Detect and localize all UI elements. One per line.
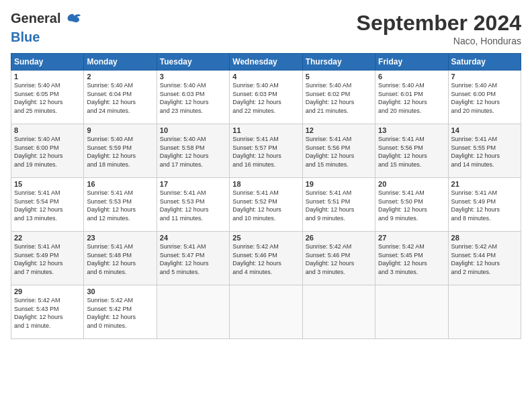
day-number: 11 bbox=[232, 126, 299, 134]
col-wednesday: Wednesday bbox=[230, 54, 302, 71]
table-row: 7Sunrise: 5:40 AMSunset: 6:00 PMDaylight… bbox=[448, 71, 521, 124]
day-info: Sunrise: 5:41 AMSunset: 5:54 PMDaylight:… bbox=[14, 189, 81, 222]
day-info: Sunrise: 5:41 AMSunset: 5:49 PMDaylight:… bbox=[451, 189, 518, 222]
day-info: Sunrise: 5:40 AMSunset: 6:00 PMDaylight:… bbox=[14, 135, 81, 169]
table-row: 8Sunrise: 5:40 AMSunset: 6:00 PMDaylight… bbox=[11, 124, 84, 178]
title-section: September 2024 Naco, Honduras bbox=[357, 11, 521, 46]
day-number: 22 bbox=[14, 234, 81, 242]
day-info: Sunrise: 5:41 AMSunset: 5:51 PMDaylight:… bbox=[306, 189, 372, 222]
day-info: Sunrise: 5:41 AMSunset: 5:56 PMDaylight:… bbox=[378, 135, 445, 169]
day-number: 30 bbox=[87, 287, 153, 295]
table-row: 22Sunrise: 5:41 AMSunset: 5:49 PMDayligh… bbox=[11, 232, 84, 285]
day-number: 1 bbox=[14, 73, 81, 81]
day-number: 3 bbox=[160, 73, 226, 81]
day-number: 16 bbox=[87, 180, 153, 188]
table-row: 24Sunrise: 5:41 AMSunset: 5:47 PMDayligh… bbox=[157, 232, 229, 285]
day-info: Sunrise: 5:41 AMSunset: 5:47 PMDaylight:… bbox=[160, 242, 226, 276]
day-number: 5 bbox=[306, 73, 372, 81]
day-number: 28 bbox=[451, 234, 518, 242]
day-number: 9 bbox=[87, 126, 153, 134]
day-info: Sunrise: 5:40 AMSunset: 6:03 PMDaylight:… bbox=[160, 81, 226, 115]
location: Naco, Honduras bbox=[357, 36, 521, 46]
day-number: 24 bbox=[160, 234, 226, 242]
day-number: 29 bbox=[14, 287, 81, 295]
table-row: 30Sunrise: 5:42 AMSunset: 5:42 PMDayligh… bbox=[84, 285, 157, 339]
day-info: Sunrise: 5:40 AMSunset: 5:58 PMDaylight:… bbox=[160, 135, 226, 169]
day-info: Sunrise: 5:41 AMSunset: 5:53 PMDaylight:… bbox=[87, 189, 153, 222]
table-row: 23Sunrise: 5:41 AMSunset: 5:48 PMDayligh… bbox=[84, 232, 157, 285]
col-tuesday: Tuesday bbox=[157, 54, 229, 71]
logo-blue: Blue bbox=[11, 30, 82, 44]
calendar-week-row: 29Sunrise: 5:42 AMSunset: 5:43 PMDayligh… bbox=[11, 285, 521, 339]
day-info: Sunrise: 5:41 AMSunset: 5:52 PMDaylight:… bbox=[232, 189, 299, 222]
table-row: 26Sunrise: 5:42 AMSunset: 5:46 PMDayligh… bbox=[302, 232, 375, 285]
month-title: September 2024 bbox=[357, 11, 521, 36]
table-row: 14Sunrise: 5:41 AMSunset: 5:55 PMDayligh… bbox=[448, 124, 521, 178]
calendar: Sunday Monday Tuesday Wednesday Thursday… bbox=[11, 53, 521, 339]
page: General Blue September 2024 Naco, Hondur… bbox=[0, 0, 532, 411]
col-friday: Friday bbox=[375, 54, 448, 71]
day-number: 14 bbox=[451, 126, 518, 134]
col-thursday: Thursday bbox=[302, 54, 375, 71]
day-info: Sunrise: 5:40 AMSunset: 6:05 PMDaylight:… bbox=[14, 81, 81, 115]
table-row: 28Sunrise: 5:42 AMSunset: 5:44 PMDayligh… bbox=[448, 232, 521, 285]
day-info: Sunrise: 5:41 AMSunset: 5:53 PMDaylight:… bbox=[160, 189, 226, 222]
day-info: Sunrise: 5:41 AMSunset: 5:48 PMDaylight:… bbox=[87, 242, 153, 276]
day-info: Sunrise: 5:42 AMSunset: 5:46 PMDaylight:… bbox=[232, 242, 299, 276]
day-number: 12 bbox=[306, 126, 372, 134]
day-info: Sunrise: 5:40 AMSunset: 6:04 PMDaylight:… bbox=[87, 81, 153, 115]
day-number: 19 bbox=[306, 180, 372, 188]
table-row: 15Sunrise: 5:41 AMSunset: 5:54 PMDayligh… bbox=[11, 178, 84, 232]
table-row: 12Sunrise: 5:41 AMSunset: 5:56 PMDayligh… bbox=[302, 124, 375, 178]
table-row: 4Sunrise: 5:40 AMSunset: 6:03 PMDaylight… bbox=[230, 71, 302, 124]
table-row: 6Sunrise: 5:40 AMSunset: 6:01 PMDaylight… bbox=[375, 71, 448, 124]
day-number: 21 bbox=[451, 180, 518, 188]
table-row: 2Sunrise: 5:40 AMSunset: 6:04 PMDaylight… bbox=[84, 71, 157, 124]
day-info: Sunrise: 5:40 AMSunset: 5:59 PMDaylight:… bbox=[87, 135, 153, 169]
table-row: 21Sunrise: 5:41 AMSunset: 5:49 PMDayligh… bbox=[448, 178, 521, 232]
table-row: 9Sunrise: 5:40 AMSunset: 5:59 PMDaylight… bbox=[84, 124, 157, 178]
day-info: Sunrise: 5:42 AMSunset: 5:43 PMDaylight:… bbox=[14, 296, 81, 330]
day-info: Sunrise: 5:41 AMSunset: 5:57 PMDaylight:… bbox=[232, 135, 299, 169]
table-row: 13Sunrise: 5:41 AMSunset: 5:56 PMDayligh… bbox=[375, 124, 448, 178]
col-monday: Monday bbox=[84, 54, 157, 71]
day-info: Sunrise: 5:41 AMSunset: 5:55 PMDaylight:… bbox=[451, 135, 518, 169]
col-saturday: Saturday bbox=[448, 54, 521, 71]
table-row: 19Sunrise: 5:41 AMSunset: 5:51 PMDayligh… bbox=[302, 178, 375, 232]
day-number: 18 bbox=[232, 180, 299, 188]
table-row: 16Sunrise: 5:41 AMSunset: 5:53 PMDayligh… bbox=[84, 178, 157, 232]
calendar-header-row: Sunday Monday Tuesday Wednesday Thursday… bbox=[11, 54, 521, 71]
day-info: Sunrise: 5:40 AMSunset: 6:00 PMDaylight:… bbox=[451, 81, 518, 115]
table-row bbox=[230, 285, 302, 339]
logo: General Blue bbox=[11, 11, 82, 44]
day-number: 13 bbox=[378, 126, 445, 134]
calendar-week-row: 1Sunrise: 5:40 AMSunset: 6:05 PMDaylight… bbox=[11, 71, 521, 124]
day-number: 8 bbox=[14, 126, 81, 134]
day-info: Sunrise: 5:41 AMSunset: 5:49 PMDaylight:… bbox=[14, 242, 81, 276]
table-row bbox=[157, 285, 229, 339]
day-number: 26 bbox=[306, 234, 372, 242]
logo-general: General bbox=[11, 11, 82, 30]
table-row: 11Sunrise: 5:41 AMSunset: 5:57 PMDayligh… bbox=[230, 124, 302, 178]
day-number: 10 bbox=[160, 126, 226, 134]
day-number: 4 bbox=[232, 73, 299, 81]
day-info: Sunrise: 5:41 AMSunset: 5:50 PMDaylight:… bbox=[378, 189, 445, 222]
col-sunday: Sunday bbox=[11, 54, 84, 71]
day-number: 6 bbox=[378, 73, 445, 81]
day-number: 7 bbox=[451, 73, 518, 81]
day-info: Sunrise: 5:42 AMSunset: 5:42 PMDaylight:… bbox=[87, 296, 153, 330]
table-row: 20Sunrise: 5:41 AMSunset: 5:50 PMDayligh… bbox=[375, 178, 448, 232]
day-number: 23 bbox=[87, 234, 153, 242]
day-number: 27 bbox=[378, 234, 445, 242]
calendar-week-row: 15Sunrise: 5:41 AMSunset: 5:54 PMDayligh… bbox=[11, 178, 521, 232]
day-info: Sunrise: 5:40 AMSunset: 6:02 PMDaylight:… bbox=[306, 81, 372, 115]
table-row: 18Sunrise: 5:41 AMSunset: 5:52 PMDayligh… bbox=[230, 178, 302, 232]
day-number: 2 bbox=[87, 73, 153, 81]
day-number: 25 bbox=[232, 234, 299, 242]
day-info: Sunrise: 5:42 AMSunset: 5:44 PMDaylight:… bbox=[451, 242, 518, 276]
table-row bbox=[302, 285, 375, 339]
table-row: 10Sunrise: 5:40 AMSunset: 5:58 PMDayligh… bbox=[157, 124, 229, 178]
table-row bbox=[448, 285, 521, 339]
logo-bird-icon bbox=[63, 11, 82, 30]
day-info: Sunrise: 5:42 AMSunset: 5:45 PMDaylight:… bbox=[378, 242, 445, 276]
